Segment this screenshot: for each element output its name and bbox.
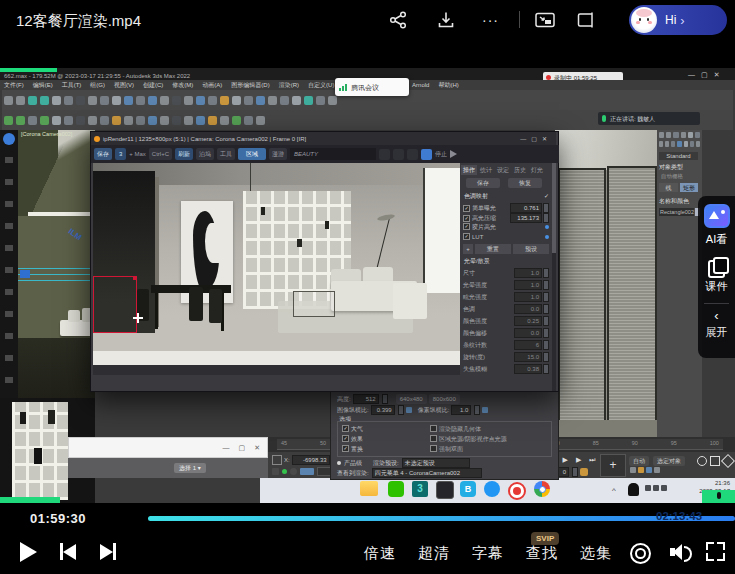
vfb-save-button: 保存 xyxy=(94,148,112,160)
progress-bar[interactable] xyxy=(148,516,735,521)
close-icon: ✕ xyxy=(714,71,726,78)
meeting-label: 腾讯会议 xyxy=(351,84,379,91)
ai-view-label: AI看 xyxy=(698,232,735,247)
vfb-scrollbar-thumb xyxy=(552,163,556,253)
cast-button[interactable] xyxy=(630,543,651,564)
signal-bars-icon xyxy=(339,84,347,91)
tab-operations: 操作 xyxy=(461,165,477,175)
menu-customize: 自定义(U) xyxy=(308,82,334,88)
speaking-text: 正在讲话: 魏敏人 xyxy=(610,116,655,122)
vfb-toolbar: 保存 3 + Max Ctrl+C 刷新 泊坞 工具 区域 漫游 BEAUTY … xyxy=(91,145,559,163)
viewport-label: [Corona Camera002] xyxy=(21,132,72,138)
more-icon[interactable]: ··· xyxy=(482,12,499,28)
recorder-icon xyxy=(508,482,526,500)
bloom-row: 光晕强度1.0 xyxy=(463,280,549,290)
bloom-row: 旋转(度)15.0 xyxy=(463,352,549,362)
dock-window-icon[interactable] xyxy=(575,10,595,30)
account-button[interactable]: Hi › xyxy=(629,5,727,35)
tone-row: ✓高光压缩 135.173 xyxy=(463,213,549,223)
lock-icon xyxy=(482,407,488,413)
player-right-rail: AI看 课件 ‹ 展开 xyxy=(698,196,735,358)
render-image xyxy=(93,163,460,375)
episodes-button[interactable]: 选集 xyxy=(580,544,612,563)
menu-rendering: 渲染(R) xyxy=(279,82,299,88)
vfb-stop-label: 停止 xyxy=(435,151,447,157)
mic-icon xyxy=(602,115,606,122)
play-button[interactable] xyxy=(20,542,37,562)
standard-dropdown: Standard xyxy=(659,152,698,160)
menu-views: 视图(V) xyxy=(114,82,134,88)
key-filter-icons xyxy=(629,467,661,473)
mini-window: — ▢ ✕ 选择 1 ▾ xyxy=(68,437,268,478)
vfb-scrollbar xyxy=(552,163,556,391)
viewport-nav-icons xyxy=(697,456,735,466)
download-icon[interactable] xyxy=(436,10,456,30)
vfb-dock-button: 泊坞 xyxy=(196,148,214,160)
share-icon[interactable] xyxy=(388,10,408,30)
meeting-tooltip: 腾讯会议 xyxy=(335,78,409,96)
bloom-row: 尺寸1.0 xyxy=(463,268,549,278)
tone-mapping-header: 色调映射 xyxy=(464,193,488,199)
ai-view-button[interactable]: AI看 xyxy=(698,196,735,247)
vfb-region-button-active: 区域 xyxy=(238,148,266,160)
qq-icon xyxy=(628,483,639,496)
tone-row: ✓胶片高光 xyxy=(463,223,549,230)
speaking-indicator: 正在讲话: 魏敏人 xyxy=(598,112,700,125)
view-to-render-row: 查看到渲染: 四元菜单 4 - CoronaCamera002 xyxy=(337,468,482,478)
vfb-restore-button: 恢复 xyxy=(508,178,542,188)
picture-in-picture-icon[interactable] xyxy=(534,10,554,30)
vfb-tools-button: 工具 xyxy=(217,148,235,160)
quality-button[interactable]: 超清 xyxy=(418,544,450,563)
green-status-dot xyxy=(282,469,287,474)
rectangle-button-active: 矩形 xyxy=(680,183,698,192)
line-button: 线 xyxy=(659,183,678,192)
mini-window-titlebar: — ▢ ✕ xyxy=(68,437,268,458)
explorer-icon xyxy=(360,481,378,496)
speed-button[interactable]: 倍速 xyxy=(364,544,396,563)
chrome-icon xyxy=(534,481,550,497)
close-icon: ✕ xyxy=(254,444,260,451)
vfb-max-label: + Max xyxy=(129,151,146,157)
command-panel: Standard 对象类型 自动栅格 线 矩形 名称和颜色 Rectangle0… xyxy=(657,130,702,470)
tab-settings: 设定 xyxy=(495,165,511,175)
volume-button[interactable] xyxy=(670,543,692,561)
stop-icon xyxy=(421,149,432,160)
menu-animation: 动画(A) xyxy=(202,82,222,88)
vfb-window-controls: —▢✕ xyxy=(520,136,552,142)
render-setup-dialog: 高度: 512 640x480 800x600 图像纵横比: 0.399 像素纵… xyxy=(330,390,559,480)
viewport-watermark: ILM xyxy=(67,227,83,242)
current-time: 01:59:30 xyxy=(30,511,86,526)
find-button[interactable]: 查找 xyxy=(526,544,558,563)
bloom-glare-header: 光晕/散景 xyxy=(464,258,490,264)
rollout-object-type: 对象类型 xyxy=(659,164,683,170)
next-button[interactable] xyxy=(100,543,116,560)
app-icon xyxy=(436,481,454,499)
output-size-row: 高度: 512 640x480 800x600 xyxy=(337,394,460,404)
set-key-button: + xyxy=(600,454,626,477)
ai-view-icon xyxy=(704,204,730,228)
expand-label: 展开 xyxy=(698,325,735,340)
bloom-row: 色调0.0 xyxy=(463,304,549,314)
subtitle-button[interactable]: 字幕 xyxy=(472,544,504,563)
netdisk-icon xyxy=(484,481,500,497)
previous-button[interactable] xyxy=(60,543,76,560)
svip-badge: SVIP xyxy=(531,532,559,545)
tone-row: ✓简单曝光 0.761 xyxy=(463,203,549,213)
minimize-icon: — xyxy=(688,71,701,78)
avatar xyxy=(631,7,657,33)
radio-icon xyxy=(337,461,341,465)
courseware-button[interactable]: 课件 xyxy=(698,247,735,294)
tone-row: ✓LUT xyxy=(463,233,549,240)
green-accent-bar xyxy=(0,497,60,503)
tab-history: 历史 xyxy=(512,165,528,175)
object-name-field: Rectangle002 xyxy=(659,208,694,216)
courseware-label: 课件 xyxy=(698,279,735,294)
menu-create: 创建(C) xyxy=(143,82,163,88)
wechat-icon xyxy=(388,481,404,497)
expand-button[interactable]: ‹ 展开 xyxy=(698,304,735,340)
video-player: 12客餐厅渲染.mp4 ··· Hi › xyxy=(0,0,735,574)
rollout-name-color: 名称和颜色 xyxy=(659,198,689,204)
3dsmax-icon: 3 xyxy=(412,481,428,497)
video-frame[interactable]: 662.max - 179.52M @ 2023-03-17 21:29:55 … xyxy=(0,68,735,503)
fullscreen-button[interactable] xyxy=(706,542,725,561)
